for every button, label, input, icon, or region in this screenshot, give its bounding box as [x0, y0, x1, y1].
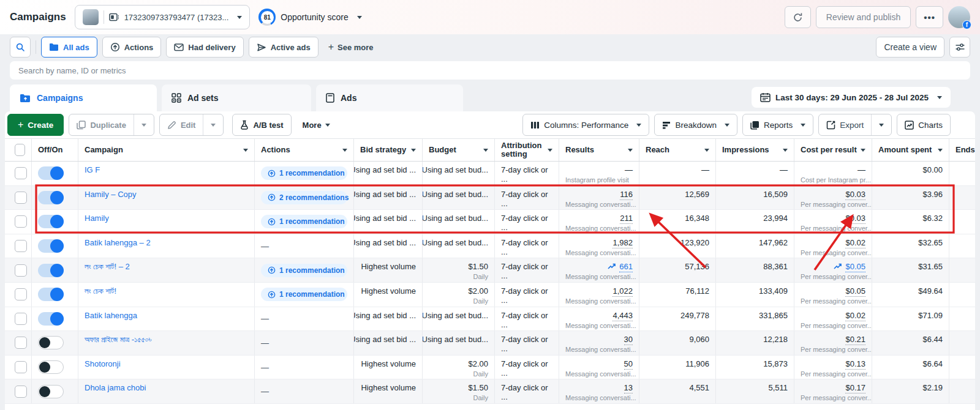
edit-dropdown[interactable] [203, 114, 223, 135]
row-checkbox[interactable] [15, 361, 27, 373]
search-filter-button[interactable] [10, 37, 31, 58]
user-avatar[interactable]: f [948, 6, 970, 28]
campaign-name-link[interactable]: Batik lahengga – 2 [85, 238, 248, 247]
row-checkbox[interactable] [15, 167, 27, 179]
cost-value[interactable]: $0.05 [845, 262, 865, 272]
results-value[interactable]: 211 [620, 214, 633, 224]
reports-button[interactable]: Reports [742, 114, 813, 136]
campaign-toggle[interactable] [38, 312, 64, 326]
header-ends[interactable]: Ends [949, 139, 975, 161]
campaign-toggle[interactable] [38, 239, 64, 253]
header-results[interactable]: Results [559, 139, 639, 161]
header-campaign[interactable]: Campaign [78, 139, 255, 161]
results-value[interactable]: 661 [619, 262, 633, 272]
row-checkbox[interactable] [15, 386, 27, 398]
campaign-name-link[interactable]: Shotoronji [85, 359, 248, 368]
row-checkbox[interactable] [15, 313, 27, 325]
row-checkbox[interactable] [15, 215, 27, 228]
cost-value[interactable]: $0.05 [845, 286, 865, 297]
more-options-button[interactable]: ••• [916, 6, 943, 28]
cost-value[interactable]: $0.13 [845, 359, 865, 370]
filter-all-ads[interactable]: All ads [41, 37, 97, 58]
campaign-toggle[interactable] [38, 215, 64, 228]
cost-value[interactable]: $0.21 [845, 335, 865, 345]
campaign-toggle[interactable] [38, 288, 64, 301]
header-attribution[interactable]: Attribution setting [495, 139, 559, 161]
cost-value[interactable]: $0.02 [845, 238, 865, 248]
cost-value[interactable]: $0.02 [845, 311, 865, 321]
results-value[interactable]: 30 [624, 335, 633, 345]
edit-button[interactable]: Edit [160, 114, 203, 135]
account-selector[interactable]: 1732309733793477 (17323... [75, 5, 251, 29]
create-a-view-button[interactable]: Create a view [876, 37, 944, 58]
recommendation-badge[interactable]: 2 recommendations [261, 191, 347, 204]
campaign-name-link[interactable]: লং চেক শার্ট! [85, 286, 248, 296]
date-range-picker[interactable]: Last 30 days: 29 Jun 2025 - 28 Jul 2025 [752, 87, 951, 108]
recommendation-badge[interactable]: 1 recommendation [261, 166, 347, 180]
row-checkbox[interactable] [15, 288, 27, 300]
campaign-name-link[interactable]: Hamily – Copy [85, 190, 248, 199]
row-checkbox[interactable] [15, 264, 27, 277]
tab-campaigns[interactable]: Campaigns [10, 84, 157, 111]
campaign-name-link[interactable]: IG F [85, 165, 248, 174]
campaign-name-link[interactable]: Hamily [85, 214, 248, 223]
recommendation-badge[interactable]: 1 recommendation [261, 288, 347, 301]
results-value[interactable]: 4,443 [612, 311, 633, 321]
refresh-button[interactable] [785, 6, 811, 28]
export-button[interactable]: Export [819, 114, 871, 135]
campaign-toggle[interactable] [38, 264, 64, 277]
breakdown-button[interactable]: Breakdown [654, 114, 737, 136]
campaign-toggle[interactable] [38, 385, 64, 398]
cost-value[interactable]: $0.03 [845, 190, 865, 200]
row-checkbox[interactable] [15, 240, 27, 252]
cost-value[interactable]: $0.17 [845, 383, 865, 393]
view-settings-button[interactable] [949, 37, 970, 58]
header-select-all[interactable] [5, 139, 32, 161]
opportunity-score[interactable]: 81 Opportunity score [258, 9, 362, 26]
header-bid-strategy[interactable]: Bid strategy [354, 139, 423, 161]
recommendation-badge[interactable]: 1 recommendation [261, 215, 347, 228]
filter-label: Active ads [271, 43, 311, 52]
header-amount-spent[interactable]: Amount spent [872, 139, 949, 161]
filter-had-delivery[interactable]: Had delivery [166, 37, 243, 58]
header-impressions[interactable]: Impressions [716, 139, 794, 161]
results-value[interactable]: 1,982 [612, 238, 633, 248]
campaign-name-link[interactable]: Batik lahengga [85, 311, 248, 320]
header-cost-per-result[interactable]: Cost per result [794, 139, 872, 161]
row-checkbox[interactable] [15, 337, 27, 349]
campaign-name-link[interactable]: Dhola jama chobi [85, 383, 248, 392]
campaign-toggle[interactable] [38, 336, 64, 349]
campaign-toggle[interactable] [38, 191, 64, 204]
results-value[interactable]: 1,022 [612, 286, 633, 297]
tab-ads[interactable]: Ads [316, 84, 463, 111]
filter-active-ads[interactable]: Active ads [249, 37, 318, 58]
select-all-checkbox[interactable] [15, 144, 25, 156]
duplicate-button[interactable]: Duplicate [69, 114, 134, 135]
campaign-toggle[interactable] [38, 166, 64, 180]
duplicate-dropdown[interactable] [134, 114, 154, 135]
results-value[interactable]: 50 [624, 359, 633, 370]
campaign-name-link[interactable]: লং চেক শার্ট! – 2 [85, 262, 248, 272]
tab-ad-sets[interactable]: Ad sets [162, 84, 311, 111]
campaign-toggle[interactable] [38, 360, 64, 374]
recommendation-badge[interactable]: 1 recommendation [261, 264, 347, 277]
charts-button[interactable]: Charts [897, 114, 951, 136]
create-button[interactable]: + Create [7, 114, 64, 136]
export-dropdown[interactable] [872, 114, 891, 135]
filter-actions[interactable]: Actions [102, 37, 162, 58]
results-value[interactable]: 116 [620, 190, 633, 200]
see-more-filters[interactable]: + See more [323, 42, 379, 53]
header-actions[interactable]: Actions [255, 139, 354, 161]
review-and-publish-button[interactable]: Review and publish [816, 6, 911, 28]
ab-test-button[interactable]: A/B test [232, 114, 291, 136]
header-reach[interactable]: Reach [639, 139, 716, 161]
row-checkbox[interactable] [15, 192, 27, 204]
impressions-cell: 15,873 [716, 356, 794, 379]
results-value[interactable]: 13 [624, 383, 633, 393]
campaign-name-link[interactable]: অফার প্রাইজে মাত্র -১৫৫০৳ [85, 335, 248, 345]
cost-value[interactable]: $0.03 [845, 214, 865, 224]
header-budget[interactable]: Budget [423, 139, 495, 161]
columns-button[interactable]: Columns: Performance [522, 114, 649, 136]
search-input[interactable] [10, 61, 970, 80]
more-menu-button[interactable]: More [296, 121, 336, 130]
